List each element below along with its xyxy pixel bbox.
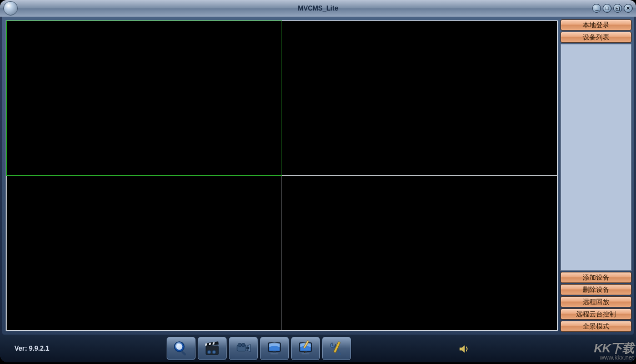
side-panel: 本地登录 设备列表 添加设备 删除设备 远程回放 远程云台控制 全景模式 — [560, 19, 632, 332]
settings-button[interactable] — [322, 337, 351, 360]
maximize-button[interactable]: ◱ — [613, 4, 622, 13]
svg-point-11 — [238, 343, 241, 346]
device-list-button[interactable]: 设备列表 — [560, 32, 632, 43]
video-tile-4[interactable] — [282, 176, 558, 331]
video-tile-2[interactable] — [282, 21, 558, 176]
monitor-pen-icon — [296, 340, 315, 357]
delete-device-button[interactable]: 删除设备 — [560, 284, 632, 295]
minimize-button[interactable]: ⎯ — [592, 4, 601, 13]
display-button[interactable] — [260, 337, 289, 360]
restore-button[interactable]: □ — [603, 4, 612, 13]
svg-point-1 — [176, 343, 182, 350]
svg-point-12 — [242, 343, 245, 346]
clapper-icon — [203, 340, 222, 357]
close-button[interactable]: ✕ — [624, 4, 633, 13]
remote-ptz-button[interactable]: 远程云台控制 — [560, 309, 632, 320]
device-list-panel[interactable] — [560, 44, 632, 271]
svg-marker-27 — [460, 345, 465, 352]
window-buttons: ⎯ □ ◱ ✕ — [592, 4, 633, 13]
app-icon — [3, 1, 18, 16]
svg-rect-17 — [273, 352, 276, 353]
svg-point-8 — [207, 350, 211, 353]
bottom-bar: Ver: 9.9.2.1 — [0, 335, 636, 362]
svg-rect-26 — [337, 349, 341, 355]
window-title: MVCMS_Lite — [298, 4, 338, 12]
watermark: KK下载 www.kkx.net — [594, 342, 634, 361]
speaker-icon[interactable] — [458, 343, 469, 355]
svg-point-14 — [247, 347, 249, 350]
local-login-button[interactable]: 本地登录 — [560, 19, 632, 31]
monitor-icon — [265, 340, 284, 357]
camera-button[interactable] — [229, 337, 258, 360]
title-bar[interactable]: MVCMS_Lite ⎯ □ ◱ ✕ — [0, 0, 636, 17]
panorama-mode-button[interactable]: 全景模式 — [560, 321, 632, 332]
toolbar — [167, 337, 351, 360]
add-device-button[interactable]: 添加设备 — [560, 272, 632, 283]
svg-rect-2 — [181, 351, 187, 356]
svg-rect-4 — [206, 341, 219, 346]
watermark-url: www.kkx.net — [594, 355, 634, 361]
record-button[interactable] — [198, 337, 227, 360]
watermark-logo: KK下载 — [594, 342, 634, 355]
svg-rect-22 — [302, 353, 309, 354]
camcorder-icon — [234, 340, 253, 357]
video-tile-1[interactable] — [6, 21, 282, 176]
svg-point-9 — [212, 350, 216, 353]
remote-playback-button[interactable]: 远程回放 — [560, 296, 632, 307]
app-window: MVCMS_Lite ⎯ □ ◱ ✕ 本地登录 设备列表 添加设备 删除设备 远… — [0, 0, 636, 362]
search-button[interactable] — [167, 337, 196, 360]
video-grid — [6, 20, 558, 331]
main-body: 本地登录 设备列表 添加设备 删除设备 远程回放 远程云台控制 全景模式 — [2, 17, 634, 335]
tools-icon — [327, 340, 346, 357]
svg-rect-18 — [271, 353, 278, 354]
magnifier-icon — [172, 340, 191, 357]
display-edit-button[interactable] — [291, 337, 320, 360]
version-label: Ver: 9.9.2.1 — [14, 345, 49, 352]
video-tile-3[interactable] — [6, 176, 282, 331]
